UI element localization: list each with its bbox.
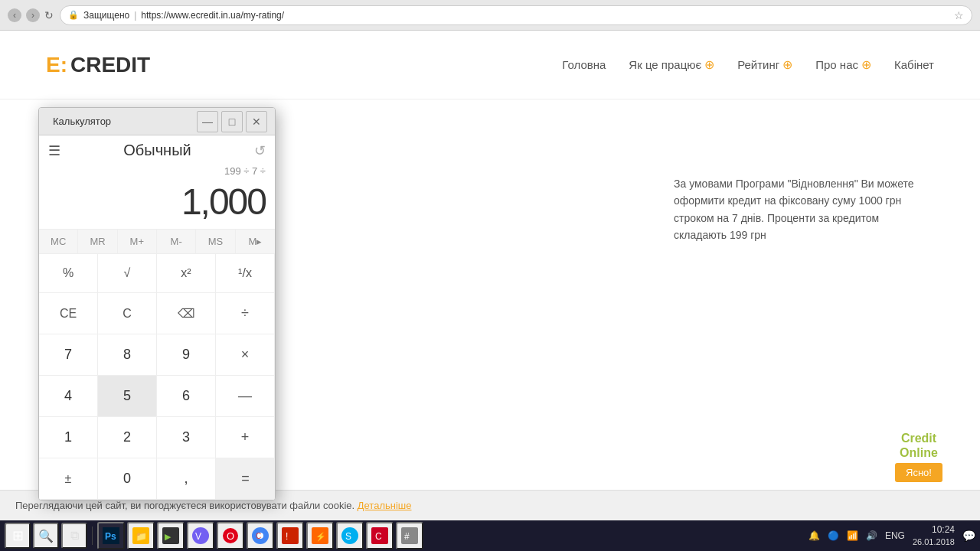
nav-home[interactable]: Головна	[562, 58, 606, 71]
mem-mminus[interactable]: M-	[157, 230, 196, 253]
calc-buttons: % √ x² ¹/x CE C ⌫ ÷ 7 8 9 × 4 5 6 — 1 2 …	[39, 253, 275, 500]
btn-negate[interactable]: ±	[39, 458, 98, 500]
lang-label[interactable]: ENG	[885, 530, 905, 541]
svg-text:📁: 📁	[136, 530, 147, 542]
app-red2[interactable]: C	[366, 522, 394, 549]
calc-titlebar: Калькулятор — □ ✕	[39, 108, 275, 135]
btn-2[interactable]: 2	[98, 417, 157, 458]
calculator-icon: #	[401, 527, 418, 544]
address-bar[interactable]: 🔒 Защищено | https://www.ecredit.in.ua/m…	[60, 5, 972, 25]
svg-text:C: C	[256, 532, 261, 540]
svg-text:!: !	[286, 531, 288, 542]
btn-5[interactable]: 5	[98, 376, 157, 417]
mem-mc[interactable]: MC	[39, 230, 78, 253]
app-skype[interactable]: S	[336, 522, 364, 549]
notification-icon[interactable]: 🔔	[808, 530, 820, 541]
taskbar-divider	[92, 527, 93, 545]
btn-equals[interactable]: =	[216, 458, 275, 500]
info-text: За умовами Програми "Відновлення" Ви мож…	[674, 175, 934, 244]
cookie-text: Переглядаючи цей сайт, ви погоджуєтеся в…	[15, 500, 354, 511]
btn-divide[interactable]: ÷	[216, 293, 275, 334]
skype-icon: S	[341, 527, 358, 544]
maximize-button[interactable]: □	[221, 111, 243, 132]
calculator-window: Калькулятор — □ ✕ ☰ Обычный ↺ 199 ÷ 7 ÷ …	[38, 107, 276, 500]
nav-links: Головна Як це працює ⊕ Рейтинг ⊕ Про нас…	[562, 57, 934, 72]
minimize-button[interactable]: —	[197, 111, 218, 132]
right-panel: За умовами Програми "Відновлення" Ви мож…	[674, 175, 934, 244]
chrome-icon: C	[252, 527, 269, 544]
forward-button[interactable]: ›	[26, 8, 40, 22]
btn-percent[interactable]: %	[39, 254, 98, 293]
volume-icon[interactable]: 🔊	[866, 530, 877, 541]
clock-date: 26.01.2018	[913, 536, 955, 547]
winamp-icon: ▶	[162, 527, 179, 544]
hamburger-icon[interactable]: ☰	[48, 142, 60, 159]
btn-ce[interactable]: CE	[39, 293, 98, 334]
svg-text:C: C	[375, 531, 382, 542]
app-photoshop[interactable]: Ps	[97, 522, 125, 549]
red-app-icon: !	[282, 527, 299, 544]
url-text: https://www.ecredit.in.ua/my-rating/	[141, 10, 284, 21]
back-button[interactable]: ‹	[8, 8, 21, 22]
btn-plus[interactable]: +	[216, 417, 275, 458]
app-explorer[interactable]: 📁	[127, 522, 155, 549]
conductor-icon: ⚡	[312, 527, 328, 544]
plus-icon-2: ⊕	[782, 57, 792, 72]
mem-mplus[interactable]: M+	[118, 230, 157, 253]
app-viber[interactable]: V	[187, 522, 214, 549]
search-button[interactable]: 🔍	[33, 523, 59, 549]
close-button[interactable]: ✕	[246, 111, 267, 132]
calc-display: 199 ÷ 7 ÷ 1,000	[39, 162, 275, 229]
plus-icon: ⊕	[704, 57, 714, 72]
nav-rating[interactable]: Рейтинг ⊕	[737, 57, 792, 72]
app-chrome[interactable]: C	[247, 522, 274, 549]
btn-backspace[interactable]: ⌫	[157, 293, 216, 334]
history-icon[interactable]: ↺	[254, 142, 266, 159]
calc-result: 1,000	[48, 181, 266, 223]
svg-text:O: O	[227, 530, 234, 542]
app-winamp[interactable]: ▶	[157, 522, 185, 549]
btn-4[interactable]: 4	[39, 376, 98, 417]
svg-text:V: V	[195, 531, 201, 542]
app-conductor[interactable]: ⚡	[306, 522, 334, 549]
btn-3[interactable]: 3	[157, 417, 216, 458]
btn-multiply[interactable]: ×	[216, 334, 275, 376]
taskview-button[interactable]: ⧉	[61, 523, 87, 549]
taskbar-right: 🔔 🔵 📶 🔊 ENG 10:24 26.01.2018 💬	[808, 524, 975, 547]
btn-8[interactable]: 8	[98, 334, 157, 376]
btn-9[interactable]: 9	[157, 334, 216, 376]
btn-7[interactable]: 7	[39, 334, 98, 376]
btn-minus[interactable]: —	[216, 376, 275, 417]
start-button[interactable]: ⊞	[5, 523, 31, 549]
widget-button[interactable]: Ясно!	[895, 463, 942, 482]
titlebar-buttons: — □ ✕	[197, 111, 267, 132]
mem-ms[interactable]: MS	[196, 230, 235, 253]
action-center-icon[interactable]: 💬	[962, 530, 975, 542]
taskbar-clock: 10:24 26.01.2018	[913, 524, 955, 547]
btn-c[interactable]: C	[98, 293, 157, 334]
btn-reciprocal[interactable]: ¹/x	[216, 254, 275, 293]
nav-cabinet[interactable]: Кабінет	[894, 58, 934, 71]
logo-icon: E:	[46, 53, 67, 77]
app-opera[interactable]: O	[217, 522, 244, 549]
app-calculator[interactable]: #	[396, 522, 423, 549]
btn-6[interactable]: 6	[157, 376, 216, 417]
app-unknown1[interactable]: !	[276, 522, 304, 549]
photoshop-icon: Ps	[103, 527, 119, 544]
btn-1[interactable]: 1	[39, 417, 98, 458]
btn-square[interactable]: x²	[157, 254, 216, 293]
btn-decimal[interactable]: ,	[157, 458, 216, 500]
btn-0[interactable]: 0	[98, 458, 157, 500]
btn-sqrt[interactable]: √	[98, 254, 157, 293]
mem-mrecall[interactable]: M▸	[236, 230, 275, 253]
bookmark-button[interactable]: ☆	[954, 9, 964, 21]
credit-online-widget: CreditOnline Ясно!	[873, 431, 965, 482]
navigation: E:CREDIT Головна Як це працює ⊕ Рейтинг …	[0, 31, 980, 99]
mem-mr[interactable]: MR	[78, 230, 117, 253]
refresh-button[interactable]: ↻	[44, 9, 54, 21]
nav-how[interactable]: Як це працює ⊕	[629, 57, 714, 72]
bluetooth-icon: 🔵	[828, 530, 839, 541]
cookie-link[interactable]: Детальніше	[358, 500, 412, 511]
nav-about[interactable]: Про нас ⊕	[815, 57, 871, 72]
browser-controls: ‹ › ↻	[8, 8, 54, 22]
